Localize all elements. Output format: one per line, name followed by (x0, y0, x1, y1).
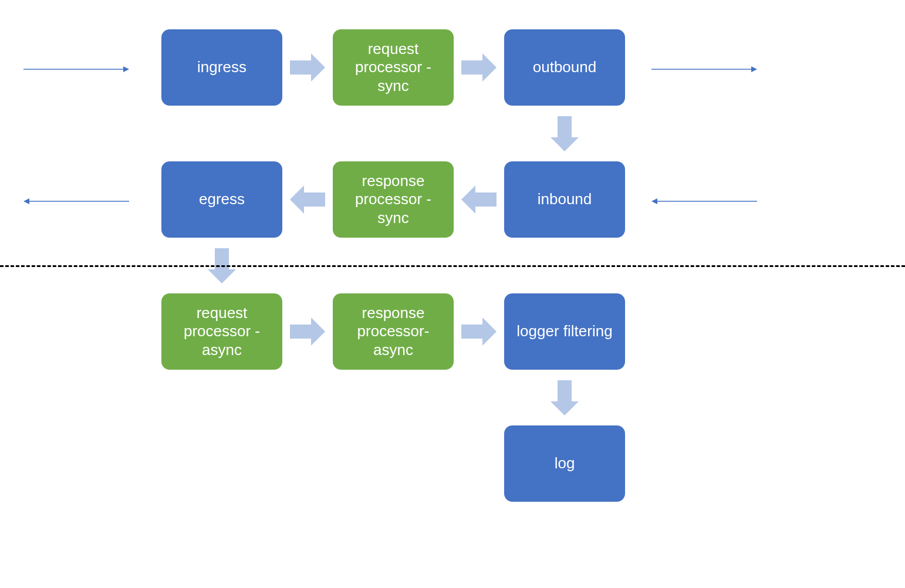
node-label: log (555, 454, 575, 472)
node-label: response processor - sync (343, 172, 443, 227)
svg-marker-15 (461, 317, 497, 346)
node-label: outbound (533, 58, 596, 76)
block-arrow-down-3 (551, 380, 579, 415)
svg-marker-9 (461, 53, 497, 82)
node-label: response processor- async (343, 304, 443, 359)
block-arrow-right-3 (290, 317, 325, 346)
block-arrow-left-2 (290, 185, 325, 214)
node-egress: egress (161, 161, 282, 238)
node-resp-processor-sync: response processor - sync (333, 161, 454, 238)
node-inbound: inbound (504, 161, 625, 238)
node-label: egress (199, 190, 245, 208)
block-arrow-down-1 (551, 116, 579, 151)
thin-arrow-out-row1 (651, 66, 757, 73)
node-logger-filtering: logger filtering (504, 293, 625, 370)
node-outbound: outbound (504, 29, 625, 106)
node-resp-processor-async: response processor- async (333, 293, 454, 370)
block-arrow-right-2 (461, 53, 497, 82)
node-req-processor-sync: request processor - sync (333, 29, 454, 106)
block-arrow-right-1 (290, 53, 325, 82)
svg-marker-8 (290, 53, 325, 82)
block-arrow-left-1 (461, 185, 497, 214)
node-req-processor-async: request processor - async (161, 293, 282, 370)
svg-marker-10 (551, 116, 579, 151)
thin-arrow-out-row2 (23, 198, 129, 205)
block-arrow-right-4 (461, 317, 497, 346)
svg-marker-12 (290, 185, 325, 214)
dashed-divider (0, 265, 905, 267)
thin-arrow-in-row2 (651, 198, 757, 205)
node-log: log (504, 425, 625, 502)
node-ingress: ingress (161, 29, 282, 106)
svg-marker-16 (551, 380, 579, 415)
svg-marker-3 (751, 66, 757, 72)
node-label: inbound (538, 190, 592, 208)
node-label: request processor - sync (343, 40, 443, 95)
thin-arrow-in-row1 (23, 66, 129, 73)
node-label: request processor - async (172, 304, 272, 359)
svg-marker-5 (23, 198, 29, 204)
svg-marker-11 (461, 185, 497, 214)
svg-marker-7 (651, 198, 657, 204)
node-label: ingress (197, 58, 246, 76)
svg-marker-1 (123, 66, 129, 72)
svg-marker-14 (290, 317, 325, 346)
node-label: logger filtering (516, 322, 612, 340)
